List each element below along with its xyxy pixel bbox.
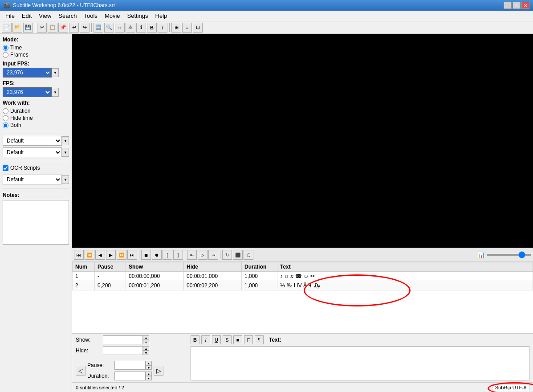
menu-search[interactable]: Search	[55, 12, 80, 20]
menu-view[interactable]: View	[35, 12, 55, 20]
text-font-btn[interactable]: F	[244, 335, 253, 344]
input-fps-dropdown[interactable]: ▼	[52, 68, 59, 77]
vc-play[interactable]: ▶	[106, 250, 116, 260]
fps-select[interactable]: 23,976 24,000 25,000 29,970	[3, 87, 52, 97]
show-spin-down[interactable]: ▼	[143, 340, 149, 344]
subtitle-table: Num Pause Show Hide Duration Text 1 - 00…	[72, 262, 533, 290]
toolbar-grid[interactable]: ⊞	[171, 23, 181, 33]
work-hidetime-radio[interactable]	[3, 115, 8, 121]
col-duration: Duration	[242, 262, 277, 272]
toolbar-save[interactable]: 💾	[23, 23, 33, 33]
work-both-option[interactable]: Both	[3, 122, 69, 128]
mode-time-radio[interactable]	[3, 45, 8, 51]
ocr-default-dropdown[interactable]: ▼	[62, 175, 69, 184]
table-row[interactable]: 2 0,200 00:00:01,200 00:00:02,200 1,000 …	[73, 281, 533, 290]
nav-prev[interactable]: ◁	[76, 366, 85, 376]
show-input[interactable]	[103, 335, 143, 344]
text-underline-btn[interactable]: U	[212, 335, 221, 344]
hide-input[interactable]	[103, 346, 143, 355]
vc-record[interactable]: ⏺	[152, 250, 162, 260]
toolbar-cut[interactable]: ✂	[37, 23, 47, 33]
vc-prev-start[interactable]: ⏮	[74, 250, 84, 260]
close-button[interactable]: ✕	[521, 2, 529, 9]
volume-slider[interactable]	[487, 254, 531, 256]
mode-time-option[interactable]: Time	[3, 45, 69, 51]
input-fps-select[interactable]: 23,976 24,000 25,000 29,970	[3, 68, 52, 78]
default2-dropdown[interactable]: ▼	[62, 148, 69, 157]
pause-spin-down[interactable]: ▼	[146, 365, 152, 370]
hide-spin-down[interactable]: ▼	[143, 351, 149, 355]
duration-spin-down[interactable]: ▼	[146, 376, 152, 380]
menu-settings[interactable]: Settings	[124, 12, 152, 20]
ocr-default-select[interactable]: Default	[3, 175, 62, 184]
mode-frames-option[interactable]: Frames	[3, 52, 69, 58]
toolbar-warn[interactable]: ⚠	[126, 23, 135, 33]
toolbar-bold[interactable]: B	[147, 23, 157, 33]
menu-bar: File Edit View Search Tools Movie Settin…	[0, 11, 533, 21]
mode-frames-radio[interactable]	[3, 52, 8, 58]
text-color-btn[interactable]: ■	[233, 335, 242, 344]
work-hidetime-option[interactable]: Hide time	[3, 115, 69, 121]
vc-forward[interactable]: ⏩	[117, 250, 126, 260]
pause-input[interactable]	[114, 361, 146, 370]
toolbar-open[interactable]: 📂	[12, 23, 22, 33]
vc-sub-prev[interactable]: ⇤	[187, 250, 197, 260]
duration-input[interactable]	[114, 372, 146, 380]
vc-sep3	[220, 251, 220, 259]
vc-back[interactable]: ◀	[95, 250, 105, 260]
fps-dropdown[interactable]: ▼	[52, 88, 59, 97]
menu-file[interactable]: File	[2, 12, 18, 20]
toolbar-italic[interactable]: I	[158, 23, 167, 33]
default2-select[interactable]: Default	[3, 147, 62, 157]
menu-tools[interactable]: Tools	[81, 12, 101, 20]
toolbar-replace[interactable]: ↔	[115, 23, 125, 33]
default1-select[interactable]: Default	[3, 136, 62, 146]
vc-sub-play[interactable]: ▷	[198, 250, 208, 260]
minimize-button[interactable]: —	[504, 2, 512, 9]
maximize-button[interactable]: □	[513, 2, 521, 9]
pause-spin-up[interactable]: ▲	[146, 361, 152, 365]
table-row[interactable]: 1 - 00:00:00,000 00:00:01,000 1,000 ♪ ♫ …	[73, 272, 533, 281]
text-italic-btn[interactable]: I	[201, 335, 210, 344]
show-spin-up[interactable]: ▲	[143, 335, 149, 340]
work-duration-radio[interactable]	[3, 108, 8, 114]
menu-help[interactable]: Help	[152, 12, 171, 20]
toolbar-undo[interactable]: ↩	[69, 23, 79, 33]
time-fields: Show: ▲ ▼ Hide:	[76, 335, 187, 357]
nav-next[interactable]: ▷	[154, 366, 163, 376]
vc-extra2[interactable]: ⬡	[244, 250, 253, 260]
toolbar-new[interactable]: 📄	[2, 23, 12, 33]
work-duration-option[interactable]: Duration	[3, 108, 69, 114]
toolbar-info[interactable]: ℹ	[136, 23, 146, 33]
text-edit-area[interactable]	[191, 346, 529, 380]
video-controls: ⏮ ⏪ ◀ ▶ ⏩ ⏭ ◼ ⏺ [ ] ⇤ ▷ ⇥ ↻ ⬛ ⬡	[72, 248, 533, 262]
text-bold-btn[interactable]: B	[191, 335, 199, 344]
vc-mark-in[interactable]: [	[163, 250, 172, 260]
default1-dropdown[interactable]: ▼	[62, 136, 69, 145]
work-both-radio[interactable]	[3, 122, 8, 128]
notes-textarea[interactable]	[3, 200, 69, 245]
cell-text: ♪ ♫ ♬ ☎ ☺ ✂	[277, 272, 533, 281]
toolbar-spell[interactable]: 🔤	[94, 23, 103, 33]
toolbar-list[interactable]: ≡	[182, 23, 192, 33]
toolbar-paste[interactable]: 📌	[58, 23, 68, 33]
menu-edit[interactable]: Edit	[18, 12, 35, 20]
vc-sub-next[interactable]: ⇥	[208, 250, 218, 260]
text-strikethrough-btn[interactable]: S	[223, 335, 232, 344]
vc-next-end[interactable]: ⏭	[127, 250, 137, 260]
vc-loop[interactable]: ↻	[222, 250, 232, 260]
vc-rewind[interactable]: ⏪	[85, 250, 94, 260]
vc-extra1[interactable]: ⬛	[233, 250, 243, 260]
vc-stop[interactable]: ◼	[141, 250, 151, 260]
vc-mark-out[interactable]: ]	[173, 250, 183, 260]
menu-movie[interactable]: Movie	[101, 12, 124, 20]
duration-spin-up[interactable]: ▲	[146, 372, 152, 376]
ocr-checkbox[interactable]	[3, 165, 8, 171]
toolbar-find[interactable]: 🔍	[104, 23, 114, 33]
text-format-btn[interactable]: ¶	[255, 335, 264, 344]
toolbar-more[interactable]: ⊡	[193, 23, 203, 33]
format-badge: SubRip UTF-8	[492, 384, 529, 391]
hide-spin-up[interactable]: ▲	[143, 346, 149, 351]
toolbar-redo[interactable]: ↪	[80, 23, 90, 33]
toolbar-copy[interactable]: 📋	[48, 23, 57, 33]
